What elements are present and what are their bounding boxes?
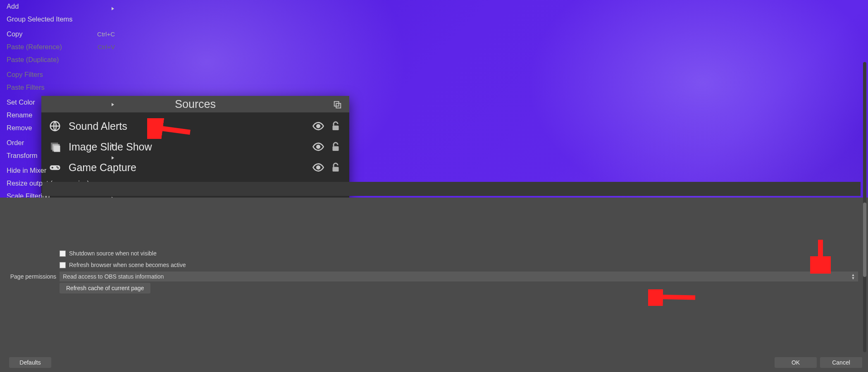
svg-point-15 [317, 166, 320, 169]
visibility-toggle[interactable] [312, 141, 324, 153]
menu-item-hide-in-mixer[interactable]: Hide in Mixer [0, 164, 122, 177]
menu-item-label: Order [7, 139, 24, 147]
menu-item-label: Add [7, 2, 19, 10]
menu-item-label: Group Selected Items [7, 15, 73, 23]
page-permissions-label: Page permissions [10, 273, 60, 280]
visibility-toggle[interactable] [312, 120, 324, 132]
menu-item-remove[interactable]: Remove [0, 122, 122, 134]
page-permissions-value: Read access to OBS status information [63, 273, 164, 280]
submenu-chevron-icon [111, 141, 115, 145]
menu-item-label: Set Color [7, 98, 35, 106]
properties-url-field[interactable] [42, 182, 861, 196]
menu-item-paste-filters: Paste Filters [0, 81, 122, 94]
submenu-chevron-icon [111, 154, 115, 158]
cancel-button[interactable]: Cancel [820, 357, 862, 368]
menu-item-label: Paste (Reference) [7, 43, 62, 51]
menu-item-label: Transform [7, 152, 38, 160]
menu-item-copy-filters: Copy Filters [0, 68, 122, 81]
menu-item-label: Paste (Duplicate) [7, 56, 59, 64]
menu-item-copy[interactable]: CopyCtrl+C [0, 28, 122, 41]
refresh-checkbox-label: Refresh browser when scene becomes activ… [69, 262, 186, 268]
page-permissions-select[interactable]: Read access to OBS status information ▲▼ [60, 272, 858, 281]
menu-item-label: Rename [7, 111, 32, 119]
menu-item-add[interactable]: Add [0, 0, 122, 13]
refresh-checkbox[interactable] [60, 262, 66, 268]
lock-toggle[interactable] [329, 161, 342, 174]
popout-icon[interactable] [333, 99, 342, 108]
svg-rect-4 [333, 126, 339, 130]
properties-form: Shutdown source when not visible Refresh… [0, 198, 868, 353]
properties-footer: Defaults OK Cancel [0, 353, 868, 372]
menu-item-paste-reference: Paste (Reference)Ctrl+V [0, 41, 122, 53]
properties-dialog: Properties for 'Sound Alerts' Shutdown s… [0, 326, 317, 372]
menu-item-shortcut: Ctrl+C [97, 31, 115, 38]
menu-item-rename[interactable]: Rename [0, 109, 122, 122]
select-spin-icon: ▲▼ [850, 272, 856, 281]
refresh-cache-button[interactable]: Refresh cache of current page [60, 283, 150, 293]
menu-item-label: Copy Filters [7, 71, 43, 79]
lock-toggle[interactable] [329, 141, 342, 153]
svg-rect-16 [333, 167, 339, 172]
shutdown-checkbox-label: Shutdown source when not visible [69, 250, 157, 257]
menu-item-set-color[interactable]: Set Color [0, 96, 122, 109]
scrollbar-thumb[interactable] [863, 203, 866, 277]
menu-item-order[interactable]: Order [0, 136, 122, 149]
defaults-button[interactable]: Defaults [9, 357, 51, 368]
menu-item-group-selected-items[interactable]: Group Selected Items [0, 13, 122, 26]
menu-item-label: Copy [7, 30, 23, 38]
ok-button[interactable]: OK [775, 357, 817, 368]
sources-title: Sources [175, 98, 216, 111]
shutdown-checkbox[interactable] [60, 250, 66, 257]
lock-toggle[interactable] [329, 120, 342, 132]
svg-rect-9 [333, 146, 339, 151]
submenu-chevron-icon [111, 100, 115, 105]
svg-point-8 [317, 145, 320, 148]
menu-item-label: Remove [7, 124, 32, 132]
menu-item-shortcut: Ctrl+V [98, 43, 115, 50]
properties-scrollbar[interactable] [863, 62, 866, 352]
svg-point-3 [317, 124, 320, 128]
menu-item-transform[interactable]: Transform [0, 149, 122, 162]
menu-item-label: Paste Filters [7, 83, 45, 91]
submenu-chevron-icon [111, 5, 115, 9]
visibility-toggle[interactable] [312, 161, 324, 174]
menu-item-paste-duplicate: Paste (Duplicate) [0, 53, 122, 66]
menu-item-label: Hide in Mixer [7, 167, 46, 174]
